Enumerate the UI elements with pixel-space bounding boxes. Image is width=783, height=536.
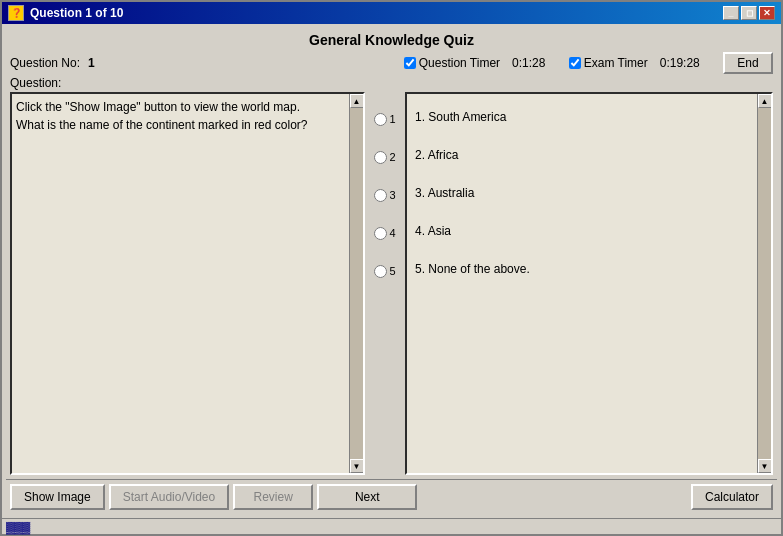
answer-text-1: 1. South America <box>415 110 506 124</box>
question-text-line2: What is the name of the continent marked… <box>16 116 343 134</box>
restore-button[interactable]: ◻ <box>741 6 757 20</box>
scroll-up-arrow[interactable]: ▲ <box>350 94 364 108</box>
question-no-label: Question No: <box>10 56 80 70</box>
close-button[interactable]: ✕ <box>759 6 775 20</box>
exam-timer-value: 0:19:28 <box>660 56 700 70</box>
quiz-title: General Knowledge Quiz <box>6 28 777 50</box>
scroll-down-arrow[interactable]: ▼ <box>350 459 364 473</box>
answer-text-5: 5. None of the above. <box>415 262 530 276</box>
answer-item-2: 2. Africa <box>415 136 751 174</box>
minimize-button[interactable]: _ <box>723 6 739 20</box>
window-body: General Knowledge Quiz Question No: 1 Qu… <box>2 24 781 518</box>
answers-scroll-down[interactable]: ▼ <box>758 459 772 473</box>
answer-item-4: 4. Asia <box>415 212 751 250</box>
question-scrollbar: ▲ ▼ <box>349 94 363 473</box>
answer-item-5: 5. None of the above. <box>415 250 751 288</box>
scroll-track <box>350 108 364 459</box>
title-bar: ❓ Question 1 of 10 _ ◻ ✕ <box>2 2 781 24</box>
answer-item-3: 3. Australia <box>415 174 751 212</box>
main-panel: Click the "Show Image" button to view th… <box>10 92 773 475</box>
window-title: Question 1 of 10 <box>30 6 123 20</box>
radio-item-2[interactable]: 2 <box>365 138 405 176</box>
question-timer-value: 0:1:28 <box>512 56 545 70</box>
question-label: Question: <box>10 76 61 90</box>
end-button[interactable]: End <box>723 52 773 74</box>
question-text-line1: Click the "Show Image" button to view th… <box>16 98 343 116</box>
radio-5[interactable] <box>374 265 387 278</box>
answer-text-3: 3. Australia <box>415 186 474 200</box>
radio-3[interactable] <box>374 189 387 202</box>
question-timer-checkbox[interactable]: Question Timer <box>404 56 500 70</box>
answers-scroll-up[interactable]: ▲ <box>758 94 772 108</box>
bottom-buttons: Show Image Start Audio/Video Review Next… <box>6 479 777 514</box>
radio-item-1[interactable]: 1 <box>365 100 405 138</box>
show-image-button[interactable]: Show Image <box>10 484 105 510</box>
radio-label-1: 1 <box>389 113 395 125</box>
radio-4[interactable] <box>374 227 387 240</box>
radio-label-2: 2 <box>389 151 395 163</box>
next-button[interactable]: Next <box>317 484 417 510</box>
radio-1[interactable] <box>374 113 387 126</box>
status-bar: ▓▓▓ <box>2 518 781 534</box>
radio-item-5[interactable]: 5 <box>365 252 405 290</box>
question-label-row: Question: <box>6 76 777 90</box>
radio-item-3[interactable]: 3 <box>365 176 405 214</box>
answer-text-2: 2. Africa <box>415 148 458 162</box>
answer-text-4: 4. Asia <box>415 224 451 238</box>
radio-column: 1 2 3 4 5 <box>365 92 405 475</box>
radio-item-4[interactable]: 4 <box>365 214 405 252</box>
question-timer-check[interactable] <box>404 57 416 69</box>
radio-2[interactable] <box>374 151 387 164</box>
review-button[interactable]: Review <box>233 484 313 510</box>
radio-label-5: 5 <box>389 265 395 277</box>
answers-scrollbar: ▲ ▼ <box>757 94 771 473</box>
question-no-value: 1 <box>88 56 95 70</box>
exam-timer-label: Exam Timer <box>584 56 648 70</box>
question-timer-label: Question Timer <box>419 56 500 70</box>
radio-label-3: 3 <box>389 189 395 201</box>
exam-timer-check[interactable] <box>569 57 581 69</box>
header-row: Question No: 1 Question Timer 0:1:28 Exa… <box>6 50 777 76</box>
question-area: Click the "Show Image" button to view th… <box>10 92 365 475</box>
answers-scroll-track <box>758 108 772 459</box>
app-icon: ❓ <box>8 5 24 21</box>
title-bar-left: ❓ Question 1 of 10 <box>8 5 123 21</box>
radio-label-4: 4 <box>389 227 395 239</box>
title-buttons: _ ◻ ✕ <box>723 6 775 20</box>
status-text: ▓▓▓ <box>6 521 30 533</box>
start-audio-button[interactable]: Start Audio/Video <box>109 484 230 510</box>
answers-area: 1. South America 2. Africa 3. Australia … <box>405 92 773 475</box>
exam-timer-checkbox[interactable]: Exam Timer <box>569 56 648 70</box>
main-window: ❓ Question 1 of 10 _ ◻ ✕ General Knowled… <box>0 0 783 536</box>
calculator-button[interactable]: Calculator <box>691 484 773 510</box>
answer-item-1: 1. South America <box>415 98 751 136</box>
